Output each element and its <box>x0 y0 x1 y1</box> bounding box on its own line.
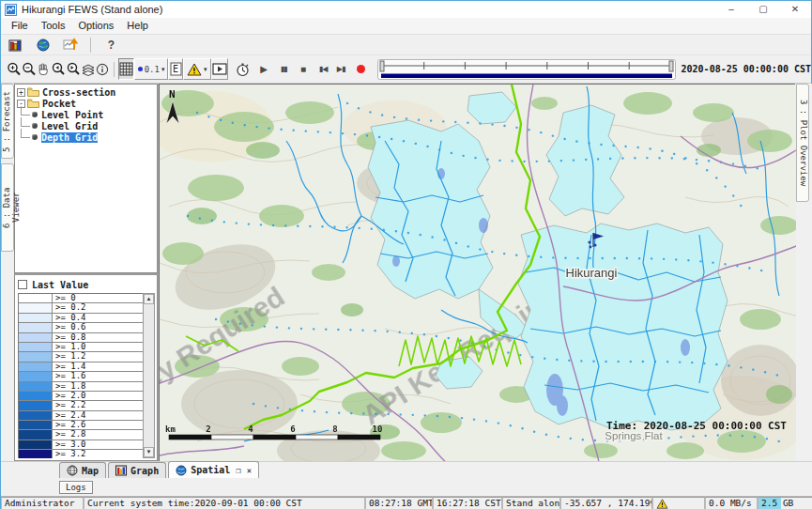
zoom-in-icon <box>7 62 22 77</box>
status-bar: Administrator Current system time:2020-0… <box>1 496 812 509</box>
logs-row: Logs <box>1 478 812 496</box>
legend-color-swatch <box>19 294 53 302</box>
status-warning-cell[interactable] <box>652 497 705 509</box>
pan-button[interactable] <box>37 58 51 80</box>
minimize-button[interactable]: – <box>715 1 747 18</box>
legend-color-swatch <box>19 382 53 391</box>
timeline-start-handle[interactable] <box>380 61 384 71</box>
timeline-slider[interactable] <box>377 59 676 80</box>
step-back-icon: ▮◀ <box>319 65 328 73</box>
zoom-next-icon <box>66 62 81 77</box>
svg-text:km: km <box>165 424 176 434</box>
tab-plot-overview[interactable]: 3 : Plot Overview <box>796 84 809 202</box>
svg-text:8: 8 <box>332 424 337 434</box>
toolbar-separator <box>114 62 115 77</box>
legend-color-swatch <box>19 343 53 351</box>
close-button[interactable]: ✕ <box>779 1 811 18</box>
pan-hand-icon <box>37 62 51 76</box>
legend-scrollbar[interactable]: ▲ ▼ <box>143 293 155 458</box>
menu-item[interactable]: Tools <box>35 18 72 34</box>
tab-close-icon[interactable]: ✕ <box>247 466 252 475</box>
zoom-out-icon <box>22 62 37 77</box>
stop-button[interactable]: ■ <box>297 58 311 80</box>
timer-button[interactable] <box>236 58 250 80</box>
animation-button[interactable] <box>211 58 228 80</box>
zoom-out-button[interactable] <box>22 58 37 80</box>
step-back-button[interactable]: ▮◀ <box>316 58 330 80</box>
layer-bullet-icon <box>32 134 38 140</box>
last-value-checkbox[interactable] <box>18 280 27 289</box>
record-icon <box>357 65 365 73</box>
zoom-previous-icon <box>51 62 66 77</box>
menu-item[interactable]: Help <box>120 18 155 34</box>
layers-button[interactable] <box>81 58 96 80</box>
scroll-up-icon[interactable]: ▲ <box>144 294 154 304</box>
info-button[interactable] <box>96 58 110 80</box>
scale-button[interactable]: E <box>168 58 183 80</box>
legend-row-label: >= 0.6 <box>53 323 143 332</box>
tree-node-cross-section[interactable]: + Cross-section <box>17 86 157 98</box>
menu-item[interactable]: File <box>5 18 35 34</box>
zoom-in-button[interactable] <box>7 58 22 80</box>
expand-toggle-icon[interactable]: + <box>17 88 25 97</box>
tab-data-viewer[interactable]: 6 : Data Viewer <box>1 163 14 252</box>
import-timeseries-button[interactable] <box>59 34 81 55</box>
tab-spatial[interactable]: Spatial ❐ ✕ <box>168 461 259 478</box>
maximize-button[interactable]: ▢ <box>747 1 779 18</box>
pause-button[interactable]: ▮▮ <box>277 58 291 80</box>
legend-color-swatch <box>19 440 53 449</box>
legend-row: >= 1.6 <box>19 372 143 381</box>
right-tab-strip: 3 : Plot Overview <box>795 84 812 461</box>
tree-connector <box>21 129 30 138</box>
svg-text:4: 4 <box>248 424 253 434</box>
timeline-end-handle[interactable] <box>669 61 673 71</box>
warning-thresholds-dropdown[interactable]: ▾ <box>183 58 211 80</box>
tab-graph[interactable]: Graph <box>108 462 166 478</box>
tree-node-label-selected: Depth Grid <box>41 132 98 143</box>
tree-node-level-grid[interactable]: Level Grid <box>17 120 157 131</box>
layer-bullet-icon <box>32 123 38 129</box>
svg-text:2: 2 <box>206 424 210 434</box>
title-bar: Hikurangi FEWS (Stand alone) – ▢ ✕ <box>1 1 811 18</box>
legend-row-label: >= 0.4 <box>53 314 143 322</box>
spatial-display-button[interactable] <box>32 34 54 55</box>
tab-forecast[interactable]: 5 : Forecast <box>1 84 14 159</box>
zoom-next-button[interactable] <box>66 58 81 80</box>
tab-map[interactable]: Map <box>59 462 106 478</box>
step-forward-button[interactable]: ▶▮ <box>334 58 348 80</box>
status-memory: 2.5 GB <box>758 497 812 509</box>
app-logo-icon <box>5 4 17 16</box>
zoom-previous-button[interactable] <box>51 58 66 80</box>
town-label: Hikurangi <box>566 266 618 280</box>
help-button[interactable]: ? <box>100 34 122 55</box>
database-explorer-button[interactable] <box>5 34 26 55</box>
status-local-time: 16:27:18 CST <box>433 497 502 509</box>
map-canvas[interactable]: API Key Required API Key Required <box>159 84 795 461</box>
map-toolbar: 0.1 ▾ E ▾ ▶ ▮▮ ■ ▮◀ ▶▮ <box>1 55 811 84</box>
tree-node-pocket[interactable]: - Pocket <box>17 98 157 109</box>
status-warning-icon <box>656 499 668 509</box>
grid-icon <box>119 62 133 76</box>
threshold-dropdown[interactable]: 0.1 ▾ <box>134 58 169 80</box>
grid-display-button[interactable] <box>118 58 134 80</box>
legend-color-swatch <box>19 372 53 380</box>
scroll-down-icon[interactable]: ▼ <box>144 447 154 457</box>
legend-row-label: >= 2.0 <box>53 392 143 400</box>
play-button[interactable]: ▶ <box>257 58 271 80</box>
legend-color-swatch <box>19 401 53 409</box>
tree-node-depth-grid[interactable]: Depth Grid <box>17 131 157 143</box>
tree-connector <box>21 117 30 127</box>
legend-row-label: >= 0 <box>53 294 143 302</box>
record-button[interactable] <box>354 58 368 80</box>
threshold-dot-icon <box>138 67 143 71</box>
map-time-label: Time: 2020-08-25 00:00:00 CST <box>606 420 787 432</box>
logs-button[interactable]: Logs <box>59 481 93 494</box>
globe-icon <box>37 39 50 52</box>
status-network-speed: 0.0 MB/s <box>705 497 758 509</box>
legend-color-swatch <box>19 430 53 439</box>
database-bars-icon <box>8 39 23 52</box>
menu-item[interactable]: Options <box>71 18 120 34</box>
tree-node-level-point[interactable]: Level Point <box>17 109 157 120</box>
legend-color-swatch <box>19 333 53 342</box>
tab-maximize-icon[interactable]: ❐ <box>236 466 240 475</box>
